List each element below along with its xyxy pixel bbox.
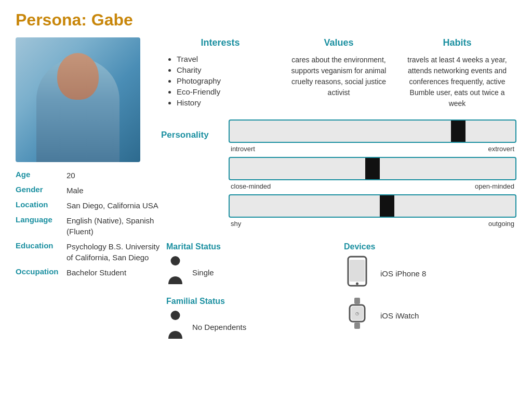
personality-section: Personality introvert extrovert xyxy=(161,119,516,232)
bottom-section: Marital Status Single Fa xyxy=(161,242,516,351)
svg-text:◷: ◷ xyxy=(355,311,359,316)
slider-right-1: extrovert xyxy=(488,145,514,153)
interest-item: Charity xyxy=(177,65,274,74)
familial-status-value: No Dependents xyxy=(192,323,246,331)
svg-point-4 xyxy=(356,283,358,285)
values-text: cares about the environment, supports ve… xyxy=(285,55,393,98)
slider-track-3 xyxy=(229,194,516,218)
slider-shy-outgoing: shy outgoing xyxy=(229,194,516,228)
habits-header: Habits xyxy=(403,37,511,48)
top-section: Interests TravelCharityPhotographyEco-Fr… xyxy=(161,37,516,109)
devices-column: Devices iOS iPhone 8 xyxy=(339,242,516,351)
slider-track-1 xyxy=(229,119,516,143)
age-value: 20 xyxy=(66,170,75,181)
personality-sliders: introvert extrovert close-minded open-mi… xyxy=(229,119,516,232)
gender-row: Gender Male xyxy=(16,185,161,196)
slider-labels-3: shy outgoing xyxy=(229,220,516,228)
svg-rect-3 xyxy=(350,260,365,282)
personality-label: Personality xyxy=(161,119,218,140)
slider-closeminded-openminded: close-minded open-minded xyxy=(229,157,516,190)
marital-status-row: Single xyxy=(166,256,334,289)
marital-status-section: Marital Status Single xyxy=(166,242,334,289)
values-header: Values xyxy=(285,37,393,48)
location-row: Location San Diego, California USA xyxy=(16,200,161,211)
language-value: English (Native), Spanish (Fluent) xyxy=(66,215,161,237)
main-content: Age 20 Gender Male Location San Diego, C… xyxy=(16,37,516,389)
interest-item: Eco-Friendly xyxy=(177,87,274,96)
slider-left-3: shy xyxy=(231,220,241,228)
slider-labels-1: introvert extrovert xyxy=(229,145,516,153)
habits-text: travels at least 4 weeks a year, attends… xyxy=(403,55,511,109)
gender-value: Male xyxy=(66,185,84,196)
right-column: Interests TravelCharityPhotographyEco-Fr… xyxy=(161,37,516,389)
slider-labels-2: close-minded open-minded xyxy=(229,182,516,190)
slider-right-3: outgoing xyxy=(488,220,514,228)
marital-familial-column: Marital Status Single Fa xyxy=(161,242,339,351)
habits-column: Habits travels at least 4 weeks a year, … xyxy=(398,37,516,109)
svg-point-0 xyxy=(171,256,180,265)
age-label: Age xyxy=(16,170,62,179)
occupation-row: Occupation Bachelor Student xyxy=(16,267,161,278)
device-name-watch: iOS iWatch xyxy=(380,311,419,320)
left-column: Age 20 Gender Male Location San Diego, C… xyxy=(16,37,161,389)
familial-status-section: Familial Status No Dependents xyxy=(166,297,334,343)
page-title: Persona: Gabe xyxy=(16,10,516,30)
interest-item: Travel xyxy=(177,55,274,63)
person-icon-familial xyxy=(166,310,184,343)
device-row-phone: iOS iPhone 8 xyxy=(344,256,511,291)
interests-column: Interests TravelCharityPhotographyEco-Fr… xyxy=(161,37,280,109)
education-label: Education xyxy=(16,241,62,250)
slider-introvert-extrovert: introvert extrovert xyxy=(229,119,516,153)
language-label: Language xyxy=(16,215,62,224)
occupation-value: Bachelor Student xyxy=(66,267,126,278)
device-name-phone: iOS iPhone 8 xyxy=(380,269,426,278)
page: Persona: Gabe Age 20 Gender Male Locatio… xyxy=(0,0,532,399)
interests-list: TravelCharityPhotographyEco-FriendlyHist… xyxy=(166,55,274,107)
interests-header: Interests xyxy=(166,37,274,48)
slider-left-1: introvert xyxy=(231,145,255,153)
device-row-watch: ◷ iOS iWatch xyxy=(344,298,511,334)
location-label: Location xyxy=(16,200,62,209)
marital-status-value: Single xyxy=(192,268,214,277)
avatar xyxy=(16,37,140,162)
slider-track-2 xyxy=(229,157,516,180)
slider-left-2: close-minded xyxy=(231,182,271,190)
slider-thumb-1 xyxy=(451,121,466,142)
slider-thumb-2 xyxy=(365,158,380,179)
language-row: Language English (Native), Spanish (Flue… xyxy=(16,215,161,237)
devices-header: Devices xyxy=(344,242,511,251)
familial-status-row: No Dependents xyxy=(166,310,334,343)
marital-status-header: Marital Status xyxy=(166,242,334,251)
profile-fields: Age 20 Gender Male Location San Diego, C… xyxy=(16,170,161,278)
education-value: Psychology B.S. University of California… xyxy=(66,241,161,263)
interest-item: History xyxy=(177,98,274,107)
person-icon-marital xyxy=(166,256,184,289)
svg-point-1 xyxy=(171,311,180,320)
occupation-label: Occupation xyxy=(16,267,62,276)
slider-right-2: open-minded xyxy=(475,182,514,190)
education-row: Education Psychology B.S. University of … xyxy=(16,241,161,263)
gender-label: Gender xyxy=(16,185,62,194)
age-row: Age 20 xyxy=(16,170,161,181)
phone-icon xyxy=(344,256,370,291)
location-value: San Diego, California USA xyxy=(66,200,158,211)
watch-icon: ◷ xyxy=(344,298,370,334)
values-column: Values cares about the environment, supp… xyxy=(280,37,398,109)
svg-rect-6 xyxy=(354,323,360,329)
interest-item: Photography xyxy=(177,76,274,85)
familial-status-header: Familial Status xyxy=(166,297,334,306)
slider-thumb-3 xyxy=(380,195,394,217)
svg-rect-5 xyxy=(354,298,360,304)
